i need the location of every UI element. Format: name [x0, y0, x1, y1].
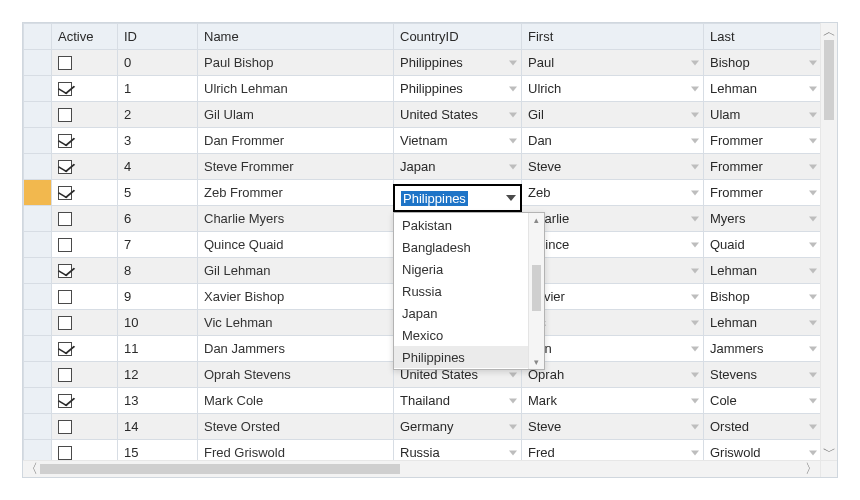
scroll-up-icon[interactable]: ▴ [529, 213, 544, 227]
cell-id[interactable]: 15 [118, 440, 198, 461]
checkbox[interactable] [58, 160, 72, 174]
dropdown-option[interactable]: Russia [394, 280, 528, 302]
cell-id[interactable]: 11 [118, 336, 198, 362]
scroll-thumb[interactable] [532, 265, 541, 311]
cell-active[interactable] [52, 50, 118, 76]
cell-active[interactable] [52, 76, 118, 102]
cell-active[interactable] [52, 362, 118, 388]
data-grid[interactable]: Active ID Name CountryID First Last 0Pau… [22, 22, 838, 478]
checkbox[interactable] [58, 82, 72, 96]
col-header-last[interactable]: Last [704, 24, 821, 50]
row-header[interactable] [24, 414, 52, 440]
table-row[interactable]: 4Steve FrommerJapanSteveFrommer [24, 154, 821, 180]
cell-first[interactable]: Steve [522, 154, 704, 180]
cell-name[interactable]: Mark Cole [198, 388, 394, 414]
cell-last[interactable]: Frommer [704, 154, 821, 180]
cell-active[interactable] [52, 284, 118, 310]
cell-first[interactable]: Charlie [522, 206, 704, 232]
cell-active[interactable] [52, 102, 118, 128]
cell-first[interactable]: Quince [522, 232, 704, 258]
checkbox[interactable] [58, 316, 72, 330]
cell-first[interactable]: Zeb [522, 180, 704, 206]
cell-country[interactable]: Japan [394, 154, 522, 180]
cell-last[interactable]: Frommer [704, 180, 821, 206]
checkbox[interactable] [58, 238, 72, 252]
cell-id[interactable]: 5 [118, 180, 198, 206]
cell-last[interactable]: Ulam [704, 102, 821, 128]
cell-id[interactable]: 6 [118, 206, 198, 232]
cell-country[interactable]: Thailand [394, 388, 522, 414]
cell-country[interactable]: Vietnam [394, 128, 522, 154]
cell-last[interactable]: Bishop [704, 284, 821, 310]
cell-id[interactable]: 7 [118, 232, 198, 258]
cell-last[interactable]: Cole [704, 388, 821, 414]
cell-id[interactable]: 0 [118, 50, 198, 76]
cell-last[interactable]: Stevens [704, 362, 821, 388]
col-header-name[interactable]: Name [198, 24, 394, 50]
cell-last[interactable]: Orsted [704, 414, 821, 440]
dropdown-option[interactable]: Philippines [394, 346, 528, 368]
row-header[interactable] [24, 50, 52, 76]
checkbox[interactable] [58, 108, 72, 122]
cell-first[interactable]: Dan [522, 128, 704, 154]
scroll-up-icon[interactable]: ︿ [821, 23, 837, 40]
row-header[interactable] [24, 206, 52, 232]
cell-active[interactable] [52, 440, 118, 461]
cell-last[interactable]: Bishop [704, 50, 821, 76]
cell-name[interactable]: Xavier Bishop [198, 284, 394, 310]
cell-first[interactable]: Gil [522, 258, 704, 284]
cell-id[interactable]: 12 [118, 362, 198, 388]
scroll-down-icon[interactable]: ▾ [529, 355, 544, 369]
cell-active[interactable] [52, 180, 118, 206]
table-row[interactable]: 0Paul BishopPhilippinesPaulBishop [24, 50, 821, 76]
dropdown-option[interactable]: Japan [394, 302, 528, 324]
col-header-active[interactable]: Active [52, 24, 118, 50]
cell-name[interactable]: Quince Quaid [198, 232, 394, 258]
dropdown-option[interactable]: Mexico [394, 324, 528, 346]
cell-last[interactable]: Lehman [704, 76, 821, 102]
cell-id[interactable]: 3 [118, 128, 198, 154]
row-header[interactable] [24, 128, 52, 154]
cell-name[interactable]: Charlie Myers [198, 206, 394, 232]
cell-active[interactable] [52, 154, 118, 180]
dropdown-option[interactable]: Pakistan [394, 214, 528, 236]
col-header-first[interactable]: First [522, 24, 704, 50]
dropdown-option[interactable]: Nigeria [394, 258, 528, 280]
cell-name[interactable]: Paul Bishop [198, 50, 394, 76]
cell-name[interactable]: Zeb Frommer [198, 180, 394, 206]
cell-last[interactable]: Lehman [704, 310, 821, 336]
checkbox[interactable] [58, 420, 72, 434]
row-header[interactable] [24, 232, 52, 258]
row-header[interactable] [24, 258, 52, 284]
col-header-countryid[interactable]: CountryID [394, 24, 522, 50]
checkbox[interactable] [58, 56, 72, 70]
cell-name[interactable]: Oprah Stevens [198, 362, 394, 388]
row-header[interactable] [24, 440, 52, 461]
table-row[interactable]: 1Ulrich LehmanPhilippinesUlrichLehman [24, 76, 821, 102]
checkbox[interactable] [58, 290, 72, 304]
cell-first[interactable]: Vic [522, 310, 704, 336]
dropdown-scrollbar[interactable]: ▴ ▾ [528, 213, 544, 369]
cell-id[interactable]: 2 [118, 102, 198, 128]
cell-first[interactable]: Ulrich [522, 76, 704, 102]
cell-country[interactable]: United States [394, 102, 522, 128]
cell-first[interactable]: Fred [522, 440, 704, 461]
horizontal-scrollbar[interactable]: 〈 〉 [23, 460, 820, 477]
cell-id[interactable]: 4 [118, 154, 198, 180]
scroll-thumb[interactable] [40, 464, 400, 474]
checkbox[interactable] [58, 212, 72, 226]
cell-first[interactable]: Steve [522, 414, 704, 440]
cell-first[interactable]: Paul [522, 50, 704, 76]
row-header[interactable] [24, 362, 52, 388]
cell-last[interactable]: Frommer [704, 128, 821, 154]
checkbox[interactable] [58, 342, 72, 356]
cell-active[interactable] [52, 258, 118, 284]
row-header[interactable] [24, 336, 52, 362]
cell-last[interactable]: Lehman [704, 258, 821, 284]
scroll-right-icon[interactable]: 〉 [803, 461, 820, 478]
table-row[interactable]: 2Gil UlamUnited StatesGilUlam [24, 102, 821, 128]
table-row[interactable]: 14Steve OrstedGermanySteveOrsted [24, 414, 821, 440]
row-header[interactable] [24, 284, 52, 310]
row-header[interactable] [24, 76, 52, 102]
row-header[interactable] [24, 154, 52, 180]
